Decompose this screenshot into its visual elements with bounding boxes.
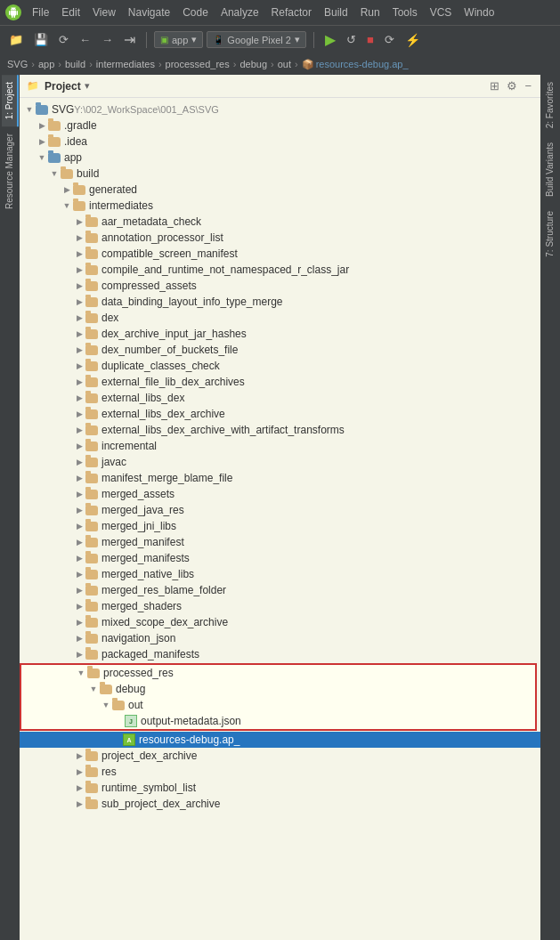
toolbar-back-btn[interactable]: ← (76, 31, 94, 48)
menu-code[interactable]: Code (177, 4, 214, 20)
sync-project-btn[interactable]: ⟳ (381, 31, 398, 48)
incremental-folder-icon (85, 442, 98, 451)
tree-item-merged-shaders[interactable]: merged_shaders (20, 598, 540, 614)
tree-item-packaged-manifests[interactable]: packaged_manifests (20, 646, 540, 662)
breadcrumb-app[interactable]: app (38, 59, 54, 69)
tree-item-merged-jni-libs[interactable]: merged_jni_libs (20, 518, 540, 534)
rerun-btn[interactable]: ↺ (343, 31, 360, 48)
side-tab-resource-manager[interactable]: Resource Manager (2, 126, 19, 216)
menu-vcs[interactable]: VCS (425, 4, 458, 20)
tree-item-out[interactable]: out (21, 697, 535, 713)
merged-native-libs-arrow (73, 568, 85, 580)
profile-btn[interactable]: ⚡ (402, 31, 424, 49)
tree-item-dex[interactable]: dex (20, 310, 540, 326)
tree-item-merged-native-libs[interactable]: merged_native_libs (20, 566, 540, 582)
tree-item-incremental[interactable]: incremental (20, 438, 540, 454)
tree-item-manifest-merge-blame[interactable]: manifest_merge_blame_file (20, 470, 540, 486)
tree-item-navigation-json[interactable]: navigation_json (20, 630, 540, 646)
tree-item-external-file-lib[interactable]: external_file_lib_dex_archives (20, 374, 540, 390)
panel-layout-icon[interactable]: ⊞ (488, 78, 501, 93)
tree-item-app[interactable]: app (20, 150, 540, 166)
breadcrumb-build[interactable]: build (65, 59, 85, 69)
tree-item-merged-manifests[interactable]: merged_manifests (20, 550, 540, 566)
tree-item-sub-project-dex-archive[interactable]: sub_project_dex_archive (20, 796, 540, 812)
tree-item-build[interactable]: build (20, 166, 540, 182)
app-folder-icon (48, 153, 61, 163)
tree-item-dex-number-buckets[interactable]: dex_number_of_buckets_file (20, 342, 540, 358)
tree-item-data-binding[interactable]: data_binding_layout_info_type_merge (20, 294, 540, 310)
tree-item-project-dex-archive[interactable]: project_dex_archive (20, 748, 540, 764)
panel-minimize-icon[interactable]: − (523, 78, 533, 93)
breadcrumb-out[interactable]: out (278, 59, 291, 69)
external-libs-dex-arrow (73, 392, 85, 404)
side-tab-favorites[interactable]: 2: Favorites (542, 75, 559, 135)
tree-item-generated[interactable]: generated (20, 182, 540, 198)
tree-item-external-libs-dex-archive[interactable]: external_libs_dex_archive (20, 406, 540, 422)
tree-container[interactable]: SVG Y:\002_WorkSpace\001_AS\SVG .gradle … (20, 98, 540, 940)
breadcrumb-processed-res[interactable]: processed_res (166, 59, 230, 69)
toolbar-forward-btn[interactable]: → (98, 31, 117, 48)
tree-item-duplicate-classes[interactable]: duplicate_classes_check (20, 358, 540, 374)
javac-folder-icon (85, 458, 98, 467)
side-tab-build-variants[interactable]: Build Variants (542, 135, 559, 204)
tree-item-merged-assets[interactable]: merged_assets (20, 486, 540, 502)
menu-view[interactable]: View (87, 4, 121, 20)
main-layout: 1: Project Resource Manager 📁 Project ▾ … (0, 75, 560, 940)
toolbar-sync-btn[interactable]: ⟳ (55, 31, 72, 48)
menu-tools[interactable]: Tools (387, 4, 423, 20)
tree-item-output-metadata[interactable]: J output-metadata.json (21, 713, 535, 729)
side-tab-structure[interactable]: 7: Structure (542, 204, 559, 264)
panel-settings-icon[interactable]: ⚙ (505, 78, 519, 93)
menu-build[interactable]: Build (319, 4, 353, 20)
tree-item-external-libs-dex-archive-transforms[interactable]: external_libs_dex_archive_with_artifact_… (20, 422, 540, 438)
tree-item-compile-runtime[interactable]: compile_and_runtime_not_namespaced_r_cla… (20, 262, 540, 278)
tree-item-javac[interactable]: javac (20, 454, 540, 470)
tree-item-merged-res-blame[interactable]: merged_res_blame_folder (20, 582, 540, 598)
idea-folder-icon (48, 137, 61, 147)
packaged-manifests-label: packaged_manifests (101, 648, 199, 660)
menu-edit[interactable]: Edit (56, 4, 85, 20)
tree-item-gradle[interactable]: .gradle (20, 118, 540, 134)
toolbar-nav-btn[interactable]: ⇥ (120, 29, 139, 50)
merged-shaders-label: merged_shaders (101, 600, 182, 612)
tree-item-runtime-symbol-list[interactable]: runtime_symbol_list (20, 780, 540, 796)
toolbar-save-btn[interactable]: 💾 (30, 31, 52, 48)
tree-item-debug[interactable]: debug (21, 681, 535, 697)
device-dropdown[interactable]: 📱 Google Pixel 2 ▾ (207, 31, 306, 48)
tree-item-resources-debug[interactable]: A resources-debug.ap_ (20, 732, 540, 748)
breadcrumb-debug[interactable]: debug (239, 59, 267, 69)
merged-assets-folder-icon (85, 490, 98, 499)
tree-item-merged-manifest[interactable]: merged_manifest (20, 534, 540, 550)
toolbar-open-btn[interactable]: 📁 (5, 31, 27, 48)
side-tab-project[interactable]: 1: Project (2, 75, 19, 126)
dex-label: dex (101, 312, 118, 324)
menu-refactor[interactable]: Refactor (266, 4, 317, 20)
menu-analyze[interactable]: Analyze (215, 4, 264, 20)
tree-item-intermediates[interactable]: intermediates (20, 198, 540, 214)
tree-item-annotation[interactable]: annotation_processor_list (20, 230, 540, 246)
menu-window[interactable]: Windo (459, 4, 499, 20)
tree-item-processed-res[interactable]: processed_res (21, 665, 535, 681)
tree-item-merged-java-res[interactable]: merged_java_res (20, 502, 540, 518)
tree-root[interactable]: SVG Y:\002_WorkSpace\001_AS\SVG (20, 101, 540, 118)
build-label: build (77, 167, 99, 180)
menu-run[interactable]: Run (355, 4, 386, 20)
breadcrumb-svg[interactable]: SVG (7, 59, 28, 69)
menu-navigate[interactable]: Navigate (123, 4, 175, 20)
duplicate-classes-label: duplicate_classes_check (101, 360, 220, 372)
tree-item-res[interactable]: res (20, 764, 540, 780)
breadcrumb-intermediates[interactable]: intermediates (96, 59, 155, 69)
tree-item-dex-archive-input[interactable]: dex_archive_input_jar_hashes (20, 326, 540, 342)
tree-item-compressed-assets[interactable]: compressed_assets (20, 278, 540, 294)
app-dropdown[interactable]: ▣ app ▾ (154, 31, 203, 48)
tree-item-aar-metadata[interactable]: aar_metadata_check (20, 214, 540, 230)
tree-item-compatible-screen[interactable]: compatible_screen_manifest (20, 246, 540, 262)
breadcrumb-file[interactable]: 📦resources-debug.ap_ (302, 59, 409, 70)
build-folder-icon (61, 169, 73, 179)
tree-item-mixed-scope-dex[interactable]: mixed_scope_dex_archive (20, 614, 540, 630)
tree-item-idea[interactable]: .idea (20, 134, 540, 150)
stop-btn[interactable]: ■ (363, 31, 377, 48)
menu-file[interactable]: File (27, 4, 54, 20)
run-btn[interactable]: ▶ (321, 29, 339, 50)
tree-item-external-libs-dex[interactable]: external_libs_dex (20, 390, 540, 406)
